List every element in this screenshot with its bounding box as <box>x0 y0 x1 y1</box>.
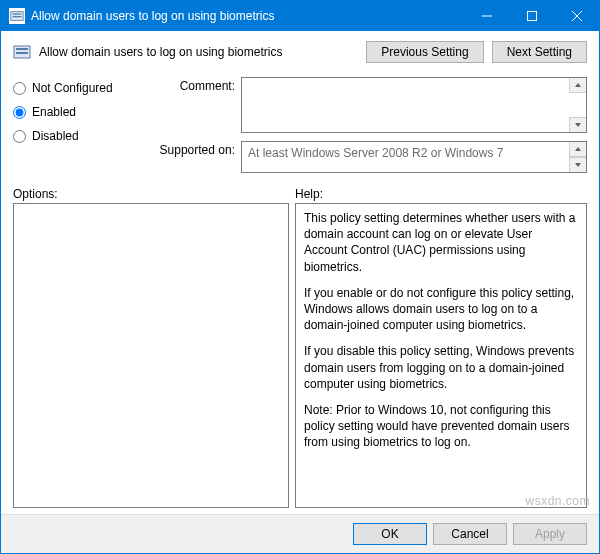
fields-column: Comment: Supported on: At least Windows … <box>143 77 587 173</box>
panes: This policy setting determines whether u… <box>1 203 599 514</box>
next-setting-button[interactable]: Next Setting <box>492 41 587 63</box>
scroll-down-button[interactable] <box>569 117 586 132</box>
radio-label: Enabled <box>32 105 76 119</box>
svg-rect-1 <box>13 13 22 14</box>
help-paragraph: This policy setting determines whether u… <box>304 210 578 275</box>
help-label: Help: <box>295 187 323 201</box>
minimize-button[interactable] <box>464 1 509 31</box>
header: Allow domain users to log on using biome… <box>1 31 599 73</box>
radio-not-configured[interactable]: Not Configured <box>13 81 143 95</box>
ok-button[interactable]: OK <box>353 523 427 545</box>
cancel-button[interactable]: Cancel <box>433 523 507 545</box>
comment-label: Comment: <box>143 77 235 93</box>
svg-rect-8 <box>16 48 28 50</box>
svg-rect-9 <box>16 52 28 54</box>
titlebar: Allow domain users to log on using biome… <box>1 1 599 31</box>
radio-not-configured-input[interactable] <box>13 82 26 95</box>
radio-enabled-input[interactable] <box>13 106 26 119</box>
radio-disabled[interactable]: Disabled <box>13 129 143 143</box>
state-radio-group: Not Configured Enabled Disabled <box>13 77 143 173</box>
options-pane <box>13 203 289 508</box>
comment-input[interactable] <box>241 77 587 133</box>
help-pane[interactable]: This policy setting determines whether u… <box>295 203 587 508</box>
page-title: Allow domain users to log on using biome… <box>39 45 358 59</box>
radio-label: Disabled <box>32 129 79 143</box>
svg-marker-10 <box>575 83 581 87</box>
svg-rect-4 <box>527 12 536 21</box>
comment-field: Comment: <box>143 77 587 133</box>
supported-label: Supported on: <box>143 141 235 157</box>
svg-marker-13 <box>575 163 581 167</box>
window-title: Allow domain users to log on using biome… <box>31 9 464 23</box>
radio-enabled[interactable]: Enabled <box>13 105 143 119</box>
supported-value: At least Windows Server 2008 R2 or Windo… <box>248 146 503 160</box>
pane-labels: Options: Help: <box>1 173 599 203</box>
previous-setting-button[interactable]: Previous Setting <box>366 41 483 63</box>
config-section: Not Configured Enabled Disabled Comment:… <box>1 73 599 173</box>
help-paragraph: If you enable or do not configure this p… <box>304 285 578 334</box>
close-button[interactable] <box>554 1 599 31</box>
maximize-button[interactable] <box>509 1 554 31</box>
svg-marker-12 <box>575 147 581 151</box>
radio-disabled-input[interactable] <box>13 130 26 143</box>
scroll-down-button[interactable] <box>569 157 586 172</box>
help-paragraph: If you disable this policy setting, Wind… <box>304 343 578 392</box>
policy-icon <box>13 43 31 61</box>
supported-field: Supported on: At least Windows Server 20… <box>143 141 587 173</box>
apply-button[interactable]: Apply <box>513 523 587 545</box>
svg-marker-11 <box>575 123 581 127</box>
scroll-up-button[interactable] <box>569 78 586 93</box>
dialog-buttons: OK Cancel Apply <box>1 514 599 553</box>
scroll-up-button[interactable] <box>569 142 586 157</box>
policy-icon <box>9 8 25 24</box>
svg-rect-2 <box>13 16 22 17</box>
radio-label: Not Configured <box>32 81 113 95</box>
options-label: Options: <box>13 187 295 201</box>
supported-on-box: At least Windows Server 2008 R2 or Windo… <box>241 141 587 173</box>
window-controls <box>464 1 599 31</box>
help-paragraph: Note: Prior to Windows 10, not configuri… <box>304 402 578 451</box>
